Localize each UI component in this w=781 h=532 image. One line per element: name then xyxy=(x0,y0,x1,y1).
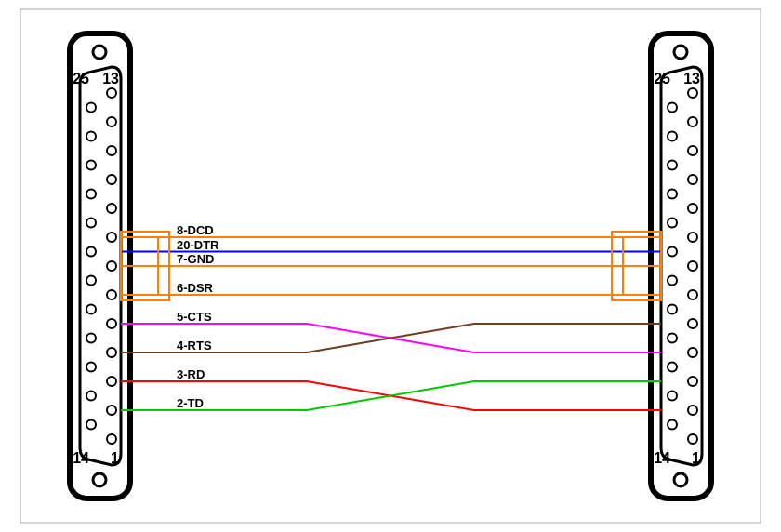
svg-point-12 xyxy=(107,348,116,357)
svg-point-23 xyxy=(86,305,96,314)
right-pin-25: 25 xyxy=(654,71,670,86)
svg-point-43 xyxy=(688,434,697,444)
svg-point-1 xyxy=(93,46,106,59)
svg-point-54 xyxy=(668,392,677,401)
svg-point-27 xyxy=(86,420,96,430)
svg-point-13 xyxy=(107,377,116,386)
svg-point-41 xyxy=(688,377,697,386)
label-5-cts: 5-CTS xyxy=(177,310,212,324)
label-4-rts: 4-RTS xyxy=(177,339,212,352)
svg-point-10 xyxy=(107,290,116,299)
left-pin-1: 1 xyxy=(111,450,119,466)
svg-point-15 xyxy=(107,434,116,444)
svg-point-36 xyxy=(688,233,697,242)
left-pin-14: 14 xyxy=(73,450,89,466)
svg-point-25 xyxy=(86,363,96,372)
svg-point-4 xyxy=(107,117,116,126)
svg-point-29 xyxy=(674,46,687,59)
svg-point-7 xyxy=(107,204,116,213)
svg-point-38 xyxy=(688,290,697,299)
svg-point-44 xyxy=(668,103,677,113)
svg-point-26 xyxy=(86,392,96,401)
svg-point-31 xyxy=(688,88,697,98)
svg-point-32 xyxy=(688,117,697,126)
svg-point-47 xyxy=(668,190,677,199)
svg-point-52 xyxy=(668,334,677,343)
svg-point-22 xyxy=(86,276,96,286)
svg-point-6 xyxy=(107,175,116,184)
svg-point-19 xyxy=(86,190,96,199)
svg-point-39 xyxy=(688,319,697,328)
svg-point-24 xyxy=(86,334,96,343)
svg-point-49 xyxy=(668,247,677,257)
svg-point-53 xyxy=(668,363,677,372)
left-pin-13: 13 xyxy=(102,71,119,86)
svg-point-14 xyxy=(107,406,116,415)
svg-point-50 xyxy=(668,276,677,286)
svg-point-51 xyxy=(668,305,677,314)
cable-diagram: 13 25 1 14 13 25 1 14 8-DCD20-DTR7-GND6-… xyxy=(0,0,781,532)
left-pin-25: 25 xyxy=(73,71,89,86)
svg-point-37 xyxy=(688,261,697,271)
svg-point-48 xyxy=(668,219,677,228)
svg-point-45 xyxy=(668,132,677,141)
svg-point-8 xyxy=(107,233,116,242)
label-3-rd: 3-RD xyxy=(177,367,205,381)
svg-point-21 xyxy=(86,247,96,257)
svg-point-5 xyxy=(107,146,116,155)
label-2-td: 2-TD xyxy=(177,396,204,410)
svg-point-40 xyxy=(688,348,697,357)
right-pin-1: 1 xyxy=(692,450,700,466)
svg-point-2 xyxy=(93,473,106,486)
svg-point-18 xyxy=(86,161,96,170)
label-20-dtr: 20-DTR xyxy=(177,238,219,252)
svg-point-17 xyxy=(86,132,96,141)
svg-point-30 xyxy=(674,473,687,486)
right-pin-13: 13 xyxy=(683,71,700,86)
svg-point-55 xyxy=(668,420,677,430)
svg-point-46 xyxy=(668,161,677,170)
label-7-gnd: 7-GND xyxy=(177,252,214,266)
svg-point-16 xyxy=(86,103,96,113)
svg-point-3 xyxy=(107,88,116,98)
svg-point-33 xyxy=(688,146,697,155)
label-6-dsr: 6-DSR xyxy=(177,281,214,295)
right-pin-14: 14 xyxy=(654,450,670,466)
label-8-dcd: 8-DCD xyxy=(177,223,214,237)
svg-point-9 xyxy=(107,261,116,271)
svg-point-42 xyxy=(688,406,697,415)
svg-point-35 xyxy=(688,204,697,213)
svg-point-20 xyxy=(86,219,96,228)
svg-point-11 xyxy=(107,319,116,328)
svg-point-34 xyxy=(688,175,697,184)
